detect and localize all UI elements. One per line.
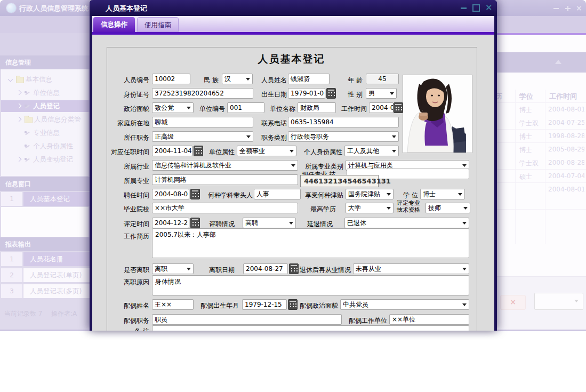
dropdown-arrow-icon — [462, 222, 467, 225]
position-type-value: 行政领导职务 — [291, 132, 390, 141]
tech-qual-select[interactable]: 技师 — [426, 203, 470, 213]
dropdown-arrow-icon — [387, 207, 391, 210]
restore-button[interactable] — [564, 5, 572, 12]
table-cell: 博士 — [519, 106, 544, 115]
is-resigned-select[interactable]: 离职 — [152, 263, 194, 274]
appoint-time-input[interactable]: 2004-11-04 — [152, 146, 192, 156]
political-select[interactable]: 致公党 — [152, 102, 194, 113]
gender-select[interactable]: 男 — [366, 88, 397, 99]
identity-attr-select[interactable]: 工人及其他 — [344, 146, 399, 156]
tool-icon — [25, 130, 30, 136]
position-type-select[interactable]: 行政领导职务 — [288, 131, 399, 142]
chevron-right-icon — [17, 90, 22, 95]
photo-image — [403, 75, 472, 153]
collapse-arrow-icon[interactable] — [555, 60, 561, 64]
resign-date-input[interactable]: 2004-08-27 — [243, 263, 288, 274]
spouse-political-select[interactable]: 中共党员 — [340, 299, 469, 310]
dialog-tab-info-ops[interactable]: 信息操作 — [93, 17, 135, 32]
table-cell: 2004-07-04 — [548, 172, 584, 180]
close-button[interactable]: × — [576, 4, 583, 12]
spouse-unit-label: 配偶工作单位 — [344, 316, 387, 325]
dialog-left-border — [90, 0, 92, 331]
table-divider — [484, 169, 586, 170]
degree-label: 学 位 — [397, 190, 418, 200]
major-input[interactable]: 计算机网络 — [152, 174, 298, 185]
calendar-icon[interactable] — [394, 102, 403, 113]
school-input[interactable]: ××市大学 — [152, 203, 298, 213]
birth-date-label: 出生日期 — [257, 90, 287, 99]
unit-name-label: 单位名称 — [267, 104, 295, 114]
work-time-input[interactable]: 2004-0 — [369, 102, 394, 113]
home-input[interactable]: 聊城 — [152, 117, 253, 127]
dialog-minimize-icon[interactable] — [461, 7, 467, 9]
col-header-degree: 学位 — [519, 92, 544, 101]
identity-attr-label: 个人身份属性 — [300, 147, 342, 157]
hire-time-input[interactable]: 2004-08-0 — [152, 189, 189, 199]
nav-tree: 基本信息 单位信息 人员登记 人员信息分类管 专业信息 个人身份属性 人员变动登… — [1, 69, 89, 176]
position-select[interactable]: 正高级 — [152, 131, 253, 142]
dialog-close-icon[interactable]: × — [485, 3, 492, 12]
dialog-tab-guide[interactable]: 使用指南 — [137, 17, 179, 32]
dropdown-arrow-icon — [290, 150, 294, 153]
report-item-single-page[interactable]: 人员登记表(单页) — [23, 268, 90, 282]
screen: 行政人员信息管理系统 × 系统导航 信息 — [0, 0, 586, 392]
education-select[interactable]: 大学 — [346, 203, 394, 213]
tree-item-label: 人员登记 — [33, 102, 60, 110]
calendar-icon[interactable] — [194, 146, 203, 156]
col-header-worktime: 工作时间 — [549, 92, 583, 101]
resume-textarea[interactable]: 2005.7以来：人事部 — [152, 228, 469, 258]
remark-textarea[interactable] — [152, 325, 469, 331]
calendar-icon[interactable] — [190, 189, 200, 199]
dropdown-arrow-icon — [246, 78, 250, 81]
report-item-roster[interactable]: 人员花名册 — [23, 252, 90, 266]
allowance-select[interactable]: 国务院津贴 — [346, 189, 394, 199]
unit-attr-select[interactable]: 全额事业 — [237, 146, 296, 156]
calendar-icon[interactable] — [190, 218, 200, 228]
retire-delay-select[interactable]: 已退休 — [344, 218, 469, 228]
person-id-input[interactable]: 10002 — [152, 74, 190, 84]
industry-label: 所属行业 — [100, 162, 149, 171]
info-window-item[interactable]: 人员基本登记 — [23, 192, 90, 206]
phone-input[interactable]: 0635-135984 — [288, 117, 399, 127]
work-time-label: 工作时间 — [338, 104, 367, 114]
resign-reason-textarea[interactable]: 身体情况 — [152, 275, 469, 295]
spouse-unit-input[interactable]: ××单位 — [389, 314, 469, 325]
birth-date-input[interactable]: 1979-01-0 — [288, 88, 325, 99]
spouse-name-input[interactable]: 王×× — [152, 299, 194, 310]
report-item-multi-page[interactable]: 人员登记表(多页) — [23, 284, 90, 298]
spouse-name-label: 配偶姓名 — [100, 301, 149, 310]
ethnicity-label: 民 族 — [195, 75, 219, 85]
assess-time-input[interactable]: 2004-12-2 — [152, 218, 189, 228]
appraisal-select[interactable]: 高聘 — [243, 218, 296, 228]
person-name-input[interactable]: 钱淑贤 — [288, 74, 330, 84]
ethnicity-select[interactable]: 汉 — [222, 74, 253, 84]
dialog-titlebar[interactable]: 人员基本登记 × — [90, 0, 497, 16]
rework-select[interactable]: 未再从业 — [353, 263, 469, 274]
delete-button[interactable]: × — [500, 295, 526, 310]
is-resigned-value: 离职 — [155, 264, 184, 274]
form-title: 人员基本登记 — [107, 52, 476, 66]
dialog-maximize-icon[interactable] — [472, 4, 480, 12]
table-cell: 2004-08-01 — [548, 106, 584, 113]
status-operator: 操作者:A — [51, 309, 77, 318]
calendar-icon[interactable] — [326, 88, 336, 99]
person-register-dialog: 人员基本登记 × 信息操作 使用指南 人员基本登记 — [90, 0, 497, 331]
resign-reason-label: 离职原因 — [100, 277, 149, 287]
unit-name-input[interactable]: 财政局 — [298, 102, 336, 113]
degree-select[interactable]: 博士 — [420, 189, 465, 199]
tool-icon — [25, 157, 30, 163]
footer-select[interactable] — [534, 293, 583, 310]
appoint-time-label: 对应任职时间 — [100, 147, 149, 157]
industry-select[interactable]: 信息传输和计算机及软件业 — [152, 160, 298, 171]
spouse-political-value: 中共党员 — [343, 300, 460, 309]
tool-icon — [25, 103, 30, 109]
unit-code-input[interactable]: 001 — [227, 102, 264, 113]
minimize-button[interactable] — [552, 5, 560, 12]
spouse-birth-input[interactable]: 1979-12-15 — [242, 299, 287, 310]
table-cell: 学士双 — [519, 119, 544, 128]
leader-input[interactable]: 人事 — [254, 189, 301, 199]
id-number-input[interactable]: 37252319820204652 — [152, 88, 253, 99]
appraisal-label: 评聘情况 — [205, 219, 235, 229]
spouse-position-input[interactable]: 职员 — [152, 314, 342, 325]
dropdown-arrow-icon — [574, 300, 579, 302]
